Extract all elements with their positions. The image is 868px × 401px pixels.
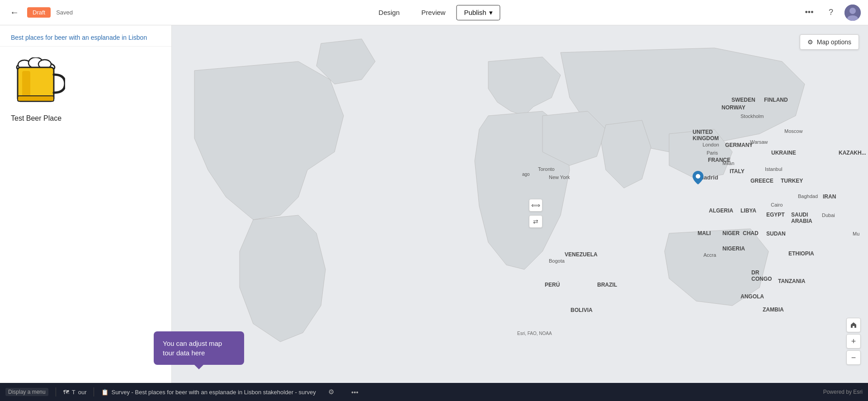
back-button[interactable]: ← [7, 5, 22, 20]
more-options-button[interactable]: ••• [801, 5, 817, 21]
place-name: Test Beer Place [11, 114, 61, 123]
survey-icon: 📋 [101, 389, 108, 396]
bottom-bar: Display a menu 🗺 Tour 📋 Survey - Best pl… [0, 383, 868, 401]
svg-point-11 [696, 174, 700, 179]
survey-label: Survey - Best places for beer with an es… [111, 389, 316, 396]
publish-button[interactable]: Publish ▾ [456, 5, 500, 20]
map-controls: + − [846, 318, 861, 365]
avatar[interactable] [844, 5, 861, 21]
tour-label-rest: our [78, 389, 87, 396]
map-options-button[interactable]: ⚙ Map options [800, 34, 859, 50]
navbar: ← Draft Saved Design Preview Publish ▾ •… [0, 0, 868, 25]
panel-title: Best places for beer with an esplanade i… [11, 34, 147, 41]
nav-left: ← Draft Saved [7, 5, 73, 20]
svg-point-1 [849, 8, 856, 14]
tour-icon: 🗺 [63, 389, 69, 396]
place-card: Test Beer Place [0, 47, 171, 133]
world-map [172, 25, 868, 401]
map-options-label: Map options [817, 38, 851, 46]
svg-rect-9 [18, 96, 54, 101]
left-panel: Best places for beer with an esplanade i… [0, 25, 172, 401]
display-menu-label: Display a menu [5, 388, 48, 396]
map-expand-button[interactable]: ⟺ [529, 199, 542, 212]
home-button[interactable] [846, 318, 861, 332]
panel-header: Best places for beer with an esplanade i… [0, 25, 171, 47]
beer-mug-icon [11, 57, 65, 107]
svg-rect-8 [22, 71, 30, 98]
map-swap-button[interactable]: ⇄ [529, 215, 542, 228]
madrid-map-pin [693, 171, 703, 184]
main-content: Best places for beer with an esplanade i… [0, 25, 868, 401]
survey-item[interactable]: 📋 Survey - Best places for beer with an … [101, 389, 316, 396]
zoom-in-button[interactable]: + [846, 334, 861, 349]
saved-label: Saved [56, 9, 73, 16]
zoom-out-button[interactable]: − [846, 350, 861, 365]
survey-settings-button[interactable]: ⚙ [323, 384, 340, 400]
survey-more-button[interactable]: ••• [347, 384, 363, 400]
plus-icon: + [851, 337, 856, 346]
draft-badge: Draft [27, 7, 51, 18]
preview-tab[interactable]: Preview [410, 5, 456, 20]
design-tab[interactable]: Design [368, 5, 410, 20]
help-button[interactable]: ? [823, 5, 839, 21]
gear-icon: ⚙ [807, 38, 813, 46]
tour-item[interactable]: 🗺 Tour [63, 389, 87, 396]
tooltip-popup: You can adjust map tour data here [154, 331, 244, 365]
map-area[interactable]: SWEDEN FINLAND NORWAY Stockholm UNITEDKI… [172, 25, 868, 401]
tour-label: T [72, 389, 75, 396]
divider-2 [94, 387, 94, 396]
tooltip-text: You can adjust map tour data here [163, 340, 222, 357]
minus-icon: − [851, 353, 856, 363]
map-navigation: ⟺ ⇄ [529, 199, 542, 228]
nav-center: Design Preview Publish ▾ [368, 5, 500, 20]
divider-1 [56, 387, 56, 396]
publish-chevron: ▾ [489, 9, 493, 17]
powered-by: Powered by Esri [823, 389, 863, 395]
nav-right: ••• ? [801, 5, 861, 21]
publish-label: Publish [464, 9, 486, 16]
